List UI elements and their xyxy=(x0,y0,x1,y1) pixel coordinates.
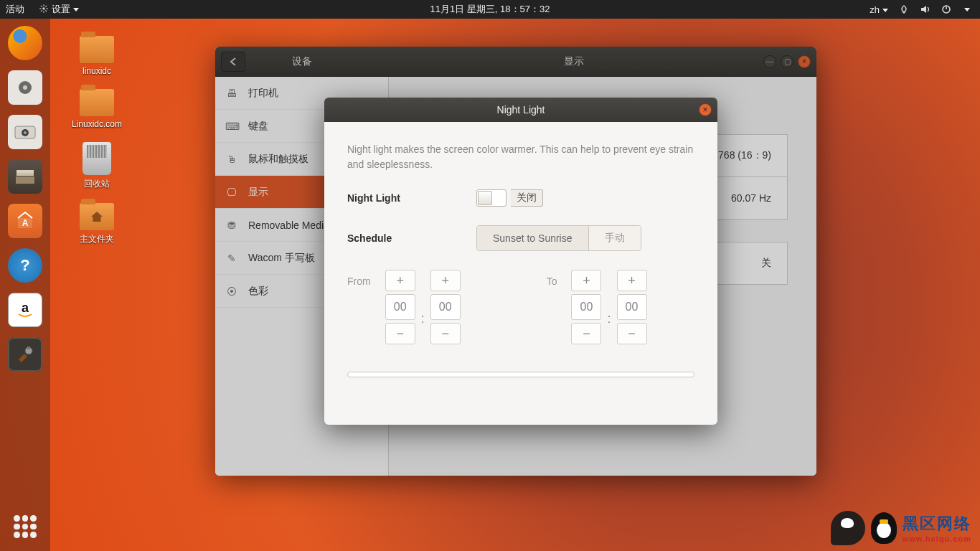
svg-line-5 xyxy=(41,5,42,6)
dialog-description: Night light makes the screen color warme… xyxy=(347,142,694,172)
watermark-line1: 黑区网络 xyxy=(903,513,971,534)
activities-button[interactable]: 活动 xyxy=(6,3,24,16)
to-hour-value[interactable]: 00 xyxy=(571,294,601,320)
to-min-spinner: + 00 − xyxy=(617,270,647,344)
dock-software[interactable]: A xyxy=(8,204,42,238)
gear-icon xyxy=(39,4,49,16)
svg-point-13 xyxy=(23,85,27,90)
nightlight-switch[interactable]: 关闭 xyxy=(476,189,543,207)
dock-firefox[interactable] xyxy=(8,26,42,60)
volume-icon[interactable] xyxy=(920,4,931,14)
dialog-close-button[interactable] xyxy=(699,103,712,116)
schedule-manual-button[interactable]: 手动 xyxy=(589,226,641,250)
svg-point-0 xyxy=(42,7,45,10)
desktop-icons: linuxidc Linuxidc.com 回收站 主文件夹 xyxy=(65,36,129,245)
from-hour-down[interactable]: − xyxy=(385,323,415,344)
svg-text:a: a xyxy=(22,301,29,315)
colon-separator: : xyxy=(607,288,611,326)
penguin-icon xyxy=(871,512,897,544)
svg-point-9 xyxy=(903,11,905,14)
svg-line-6 xyxy=(45,10,47,11)
from-hour-up[interactable]: + xyxy=(385,270,415,291)
watermark-line2: www.heiqu.com xyxy=(903,534,971,543)
dock-help[interactable]: ? xyxy=(8,248,42,283)
svg-rect-17 xyxy=(17,173,34,176)
to-hour-up[interactable]: + xyxy=(571,270,601,291)
svg-rect-23 xyxy=(27,347,30,349)
nightlight-label: Night Light xyxy=(347,192,476,204)
dialog-title: Night Light xyxy=(497,104,545,116)
dialog-header: Night Light xyxy=(324,98,717,122)
night-light-dialog: Night Light Night light makes the screen… xyxy=(324,98,717,425)
to-hour-spinner: + 00 − xyxy=(571,270,601,344)
schedule-label: Schedule xyxy=(347,232,476,244)
svg-line-7 xyxy=(41,10,42,11)
dock-amazon[interactable]: a xyxy=(8,293,42,327)
network-icon[interactable] xyxy=(898,4,910,14)
chevron-down-icon xyxy=(73,8,79,11)
clock[interactable]: 11月1日 星期三, 18：57：32 xyxy=(430,3,550,16)
watermark: 黑区网络 www.heiqu.com xyxy=(831,511,971,545)
svg-text:A: A xyxy=(22,218,29,228)
to-min-up[interactable]: + xyxy=(617,270,647,291)
dock-rhythmbox[interactable] xyxy=(8,70,42,105)
from-min-up[interactable]: + xyxy=(430,270,461,291)
from-hour-value[interactable]: 00 xyxy=(385,294,415,320)
time-progress-bar xyxy=(347,372,694,377)
from-min-down[interactable]: − xyxy=(430,323,461,344)
svg-rect-19 xyxy=(16,176,34,184)
from-min-spinner: + 00 − xyxy=(430,270,461,344)
watermark-logo-icon xyxy=(831,511,865,545)
dock: A ? a xyxy=(0,19,50,551)
input-method-indicator[interactable]: zh xyxy=(870,4,888,15)
desktop-folder-linuxidc[interactable]: linuxidc xyxy=(65,36,129,76)
show-applications[interactable] xyxy=(14,515,37,538)
desktop-trash[interactable]: 回收站 xyxy=(65,142,129,190)
to-label: To xyxy=(547,276,557,287)
svg-line-8 xyxy=(45,5,47,6)
desktop-home-folder[interactable]: 主文件夹 xyxy=(65,203,129,245)
dock-files[interactable] xyxy=(8,159,42,194)
top-panel: 活动 设置 11月1日 星期三, 18：57：32 zh xyxy=(0,0,980,19)
switch-state-label: 关闭 xyxy=(511,189,543,207)
colon-separator: : xyxy=(421,288,425,326)
from-label: From xyxy=(347,276,371,287)
schedule-auto-button[interactable]: Sunset to Sunrise xyxy=(477,226,589,250)
from-min-value[interactable]: 00 xyxy=(430,294,461,320)
desktop-folder-linuxidc-com[interactable]: Linuxidc.com xyxy=(65,89,129,129)
schedule-segmented: Sunset to Sunrise 手动 xyxy=(476,225,641,251)
power-icon[interactable] xyxy=(941,4,951,14)
app-menu[interactable]: 设置 xyxy=(52,3,79,16)
to-hour-down[interactable]: − xyxy=(571,323,601,344)
svg-rect-18 xyxy=(17,170,34,173)
chevron-down-icon xyxy=(882,9,888,12)
dock-settings-active[interactable] xyxy=(8,337,42,372)
to-min-value[interactable]: 00 xyxy=(617,294,647,320)
dock-camera[interactable] xyxy=(8,115,42,149)
system-menu-chevron-icon[interactable] xyxy=(964,8,970,11)
to-min-down[interactable]: − xyxy=(617,323,647,344)
svg-point-16 xyxy=(24,131,27,134)
from-hour-spinner: + 00 − xyxy=(385,270,415,344)
